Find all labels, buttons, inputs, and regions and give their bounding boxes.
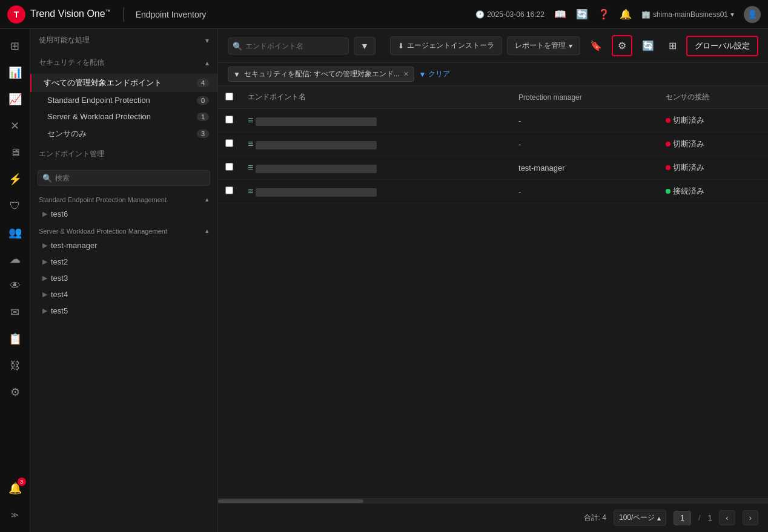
col-endpoint-header[interactable]: エンドポイント名 xyxy=(240,86,511,109)
table-row: ≡ -接続済み xyxy=(218,180,768,203)
test3-chevron-icon: ▶ xyxy=(42,274,47,282)
sensor-status-text: 切断済み xyxy=(673,139,704,148)
protection-cell: - xyxy=(511,109,658,133)
sidebar-item-users[interactable]: 👥 xyxy=(3,220,27,245)
icon-sidebar: ⊞ 📊 📈 ✕ 🖥 ⚡ 🛡 👥 ☁ 👁 ✉ 📋 ⛓ ⚙ 🔔 3 ≫ xyxy=(0,29,30,532)
horizontal-scrollbar-thumb[interactable] xyxy=(218,499,363,503)
row-checkbox-2[interactable] xyxy=(225,163,233,171)
bookmark-icon-button[interactable]: 🔖 xyxy=(585,36,607,55)
status-dot-icon xyxy=(666,189,670,194)
row-checkbox-0[interactable] xyxy=(225,116,233,123)
filter-tag-close[interactable]: ✕ xyxy=(403,70,409,78)
user-menu[interactable]: 🏢 shima-mainBusiness01 ▾ xyxy=(641,10,734,19)
row-checkbox-1[interactable] xyxy=(225,139,233,147)
row-checkbox-3[interactable] xyxy=(225,186,233,194)
filter-button[interactable]: ▼ xyxy=(354,37,376,55)
tree-item-test6[interactable]: ▶ test6 xyxy=(30,206,217,222)
nav-all-endpoints[interactable]: すべての管理対象エンドポイント 4 xyxy=(30,74,217,92)
endpoint-name-cell: ≡ xyxy=(240,180,511,203)
sidebar-search-icon: 🔍 xyxy=(42,174,52,183)
content-area: 🔍 ▼ ⬇ エージェントインストーラ レポートを管理 ▾ 🔖 ⚙ 🔄 ⊞ グロー… xyxy=(218,29,768,532)
app-title: Trend Vision One™ xyxy=(30,8,111,19)
sensor-status-cell: 接続済み xyxy=(658,180,768,203)
page-next-button[interactable]: › xyxy=(743,510,758,525)
col-sensor-header[interactable]: センサの接続 xyxy=(658,86,768,109)
security-chevron-icon: ▴ xyxy=(205,59,209,67)
actions-section-header[interactable]: 使用可能な処理 ▾ xyxy=(30,29,217,51)
columns-icon-button[interactable]: ⊞ xyxy=(664,36,681,55)
main-layout: ⊞ 📊 📈 ✕ 🖥 ⚡ 🛡 👥 ☁ 👁 ✉ 📋 ⛓ ⚙ 🔔 3 ≫ 使用可能な処… xyxy=(0,29,768,532)
std-mgmt-collapse-icon[interactable]: ▴ xyxy=(205,195,209,203)
book-icon[interactable]: 📖 xyxy=(554,8,566,20)
global-settings-label[interactable]: グローバル設定 xyxy=(686,36,758,56)
bell-icon[interactable]: 🔔 xyxy=(620,8,632,20)
all-endpoints-badge: 4 xyxy=(197,79,209,87)
logo-area: T Trend Vision One™ Endpoint Inventory xyxy=(7,5,206,24)
sync-icon[interactable]: 🔄 xyxy=(576,8,588,20)
security-section-header[interactable]: セキュリティを配信 ▴ xyxy=(30,51,217,74)
filter-tag-security: ▼ セキュリティを配信: すべての管理対象エンド... ✕ xyxy=(228,67,414,82)
endpoint-name-value xyxy=(256,188,377,197)
protection-cell: - xyxy=(511,180,658,203)
reports-button[interactable]: レポートを管理 ▾ xyxy=(507,36,580,55)
sensor-status-text: 切断済み xyxy=(673,116,704,125)
endpoint-name-cell: ≡ xyxy=(240,156,511,180)
sidebar-item-devices[interactable]: 🖥 xyxy=(3,140,27,165)
test6-chevron-icon: ▶ xyxy=(42,210,47,218)
tree-item-test4[interactable]: ▶ test4 xyxy=(30,286,217,303)
sidebar-item-graph[interactable]: 📈 xyxy=(3,87,27,111)
test-manager-chevron-icon: ▶ xyxy=(42,241,47,249)
tree-item-test-manager[interactable]: ▶ test-manager xyxy=(30,237,217,254)
nav-sensor-only[interactable]: センサのみ 3 xyxy=(30,125,217,143)
endpoint-search-input[interactable] xyxy=(228,38,349,54)
filter-bar: ▼ セキュリティを配信: すべての管理対象エンド... ✕ ▼ クリア xyxy=(218,63,768,86)
nav-server-workload[interactable]: Server & Workload Protection 1 xyxy=(30,108,217,125)
filter-icon: ▼ xyxy=(233,70,240,79)
sidebar-item-alert[interactable]: ⚡ xyxy=(3,167,27,191)
sidebar-item-expand[interactable]: ≫ xyxy=(3,503,27,527)
sidebar-item-chart[interactable]: 📊 xyxy=(3,61,27,85)
user-chevron-icon: ▾ xyxy=(730,10,734,19)
swp-mgmt-collapse-icon[interactable]: ▴ xyxy=(205,227,209,235)
endpoint-name-cell: ≡ xyxy=(240,109,511,133)
horizontal-scrollbar[interactable] xyxy=(218,498,768,503)
sidebar-search-input[interactable] xyxy=(38,170,210,186)
test2-chevron-icon: ▶ xyxy=(42,258,47,266)
sidebar-item-eye[interactable]: 👁 xyxy=(3,274,27,298)
sidebar-item-settings[interactable]: ⚙ xyxy=(3,380,27,404)
sidebar-search-box: 🔍 xyxy=(30,165,217,191)
col-protection-header[interactable]: Protection manager xyxy=(511,86,658,109)
endpoint-search-icon: 🔍 xyxy=(233,41,242,50)
left-panel: 使用可能な処理 ▾ セキュリティを配信 ▴ すべての管理対象エンドポイント 4 … xyxy=(30,29,218,532)
tree-item-test2[interactable]: ▶ test2 xyxy=(30,254,217,270)
nav-standard-ep[interactable]: Standard Endpoint Protection 0 xyxy=(30,92,217,108)
sidebar-item-dashboard[interactable]: ⊞ xyxy=(3,34,27,58)
sidebar-item-shield[interactable]: 🛡 xyxy=(3,194,27,218)
sidebar-item-network[interactable]: ⛓ xyxy=(3,353,27,378)
tree-item-test5[interactable]: ▶ test5 xyxy=(30,303,217,319)
clear-filter-button[interactable]: ▼ クリア xyxy=(419,69,451,79)
page-prev-button[interactable]: ‹ xyxy=(719,510,735,525)
header-divider xyxy=(123,7,124,22)
sensor-status-text: 接続済み xyxy=(673,186,704,195)
select-all-checkbox[interactable] xyxy=(225,93,233,100)
clock-icon: 🕐 xyxy=(475,10,485,19)
agent-installer-button[interactable]: ⬇ エージェントインストーラ xyxy=(390,36,502,55)
table-footer: 合計: 4 100/ページ ▴ 1 / 1 ‹ › xyxy=(218,503,768,532)
settings-icon-button[interactable]: ⚙ xyxy=(612,35,632,56)
tree-item-test3[interactable]: ▶ test3 xyxy=(30,270,217,286)
sidebar-item-cloud[interactable]: ☁ xyxy=(3,247,27,271)
endpoint-name-cell: ≡ xyxy=(240,133,511,156)
page-size-chevron-icon: ▴ xyxy=(657,514,661,522)
refresh-icon-button[interactable]: 🔄 xyxy=(637,36,659,55)
help-icon[interactable]: ❓ xyxy=(598,8,610,20)
toolbar: 🔍 ▼ ⬇ エージェントインストーラ レポートを管理 ▾ 🔖 ⚙ 🔄 ⊞ グロー… xyxy=(218,29,768,63)
sidebar-item-mail[interactable]: ✉ xyxy=(3,300,27,324)
sidebar-item-report[interactable]: 📋 xyxy=(3,327,27,351)
sidebar-item-x[interactable]: ✕ xyxy=(3,114,27,138)
avatar[interactable]: 👤 xyxy=(744,6,761,23)
top-header: T Trend Vision One™ Endpoint Inventory 🕐… xyxy=(0,0,768,29)
endpoint-type-icon: ≡ xyxy=(248,162,253,172)
sidebar-item-notification[interactable]: 🔔 3 xyxy=(3,476,27,501)
page-size-selector[interactable]: 100/ページ ▴ xyxy=(614,510,666,526)
